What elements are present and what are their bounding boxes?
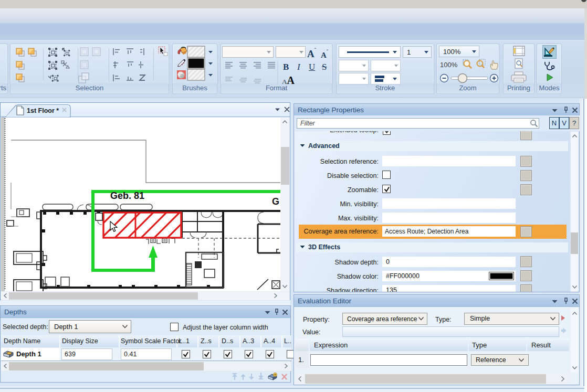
svg-text:1st Floor *: 1st Floor * [27,107,59,114]
svg-text:G: G [272,196,279,207]
svg-text:Geb. 81: Geb. 81 [110,190,144,201]
